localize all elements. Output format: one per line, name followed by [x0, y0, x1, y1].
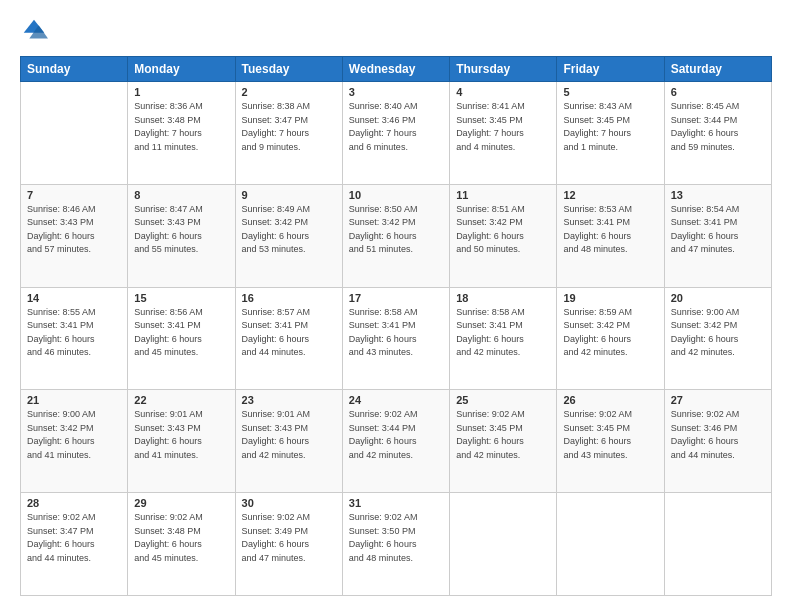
- calendar-cell: 9Sunrise: 8:49 AMSunset: 3:42 PMDaylight…: [235, 184, 342, 287]
- day-number: 5: [563, 86, 657, 98]
- day-number: 12: [563, 189, 657, 201]
- calendar-cell: 30Sunrise: 9:02 AMSunset: 3:49 PMDayligh…: [235, 493, 342, 596]
- calendar-cell: 7Sunrise: 8:46 AMSunset: 3:43 PMDaylight…: [21, 184, 128, 287]
- day-info: Sunrise: 9:02 AMSunset: 3:44 PMDaylight:…: [349, 408, 443, 462]
- week-row-1: 7Sunrise: 8:46 AMSunset: 3:43 PMDaylight…: [21, 184, 772, 287]
- calendar-cell: 28Sunrise: 9:02 AMSunset: 3:47 PMDayligh…: [21, 493, 128, 596]
- day-info: Sunrise: 8:53 AMSunset: 3:41 PMDaylight:…: [563, 203, 657, 257]
- calendar-cell: 24Sunrise: 9:02 AMSunset: 3:44 PMDayligh…: [342, 390, 449, 493]
- day-number: 7: [27, 189, 121, 201]
- weekday-header-sunday: Sunday: [21, 57, 128, 82]
- day-number: 25: [456, 394, 550, 406]
- weekday-header-tuesday: Tuesday: [235, 57, 342, 82]
- weekday-header-thursday: Thursday: [450, 57, 557, 82]
- day-info: Sunrise: 8:41 AMSunset: 3:45 PMDaylight:…: [456, 100, 550, 154]
- day-info: Sunrise: 8:36 AMSunset: 3:48 PMDaylight:…: [134, 100, 228, 154]
- day-number: 4: [456, 86, 550, 98]
- day-info: Sunrise: 9:01 AMSunset: 3:43 PMDaylight:…: [134, 408, 228, 462]
- calendar-cell: [450, 493, 557, 596]
- day-number: 29: [134, 497, 228, 509]
- calendar-cell: 13Sunrise: 8:54 AMSunset: 3:41 PMDayligh…: [664, 184, 771, 287]
- day-info: Sunrise: 8:49 AMSunset: 3:42 PMDaylight:…: [242, 203, 336, 257]
- day-number: 20: [671, 292, 765, 304]
- day-number: 26: [563, 394, 657, 406]
- day-number: 10: [349, 189, 443, 201]
- logo: [20, 16, 52, 44]
- calendar-cell: 31Sunrise: 9:02 AMSunset: 3:50 PMDayligh…: [342, 493, 449, 596]
- day-info: Sunrise: 8:51 AMSunset: 3:42 PMDaylight:…: [456, 203, 550, 257]
- day-info: Sunrise: 8:38 AMSunset: 3:47 PMDaylight:…: [242, 100, 336, 154]
- weekday-header-saturday: Saturday: [664, 57, 771, 82]
- day-info: Sunrise: 9:00 AMSunset: 3:42 PMDaylight:…: [671, 306, 765, 360]
- day-number: 15: [134, 292, 228, 304]
- day-number: 28: [27, 497, 121, 509]
- header: [20, 16, 772, 44]
- day-info: Sunrise: 8:45 AMSunset: 3:44 PMDaylight:…: [671, 100, 765, 154]
- day-number: 3: [349, 86, 443, 98]
- day-number: 1: [134, 86, 228, 98]
- calendar-cell: 17Sunrise: 8:58 AMSunset: 3:41 PMDayligh…: [342, 287, 449, 390]
- calendar-cell: 8Sunrise: 8:47 AMSunset: 3:43 PMDaylight…: [128, 184, 235, 287]
- day-number: 27: [671, 394, 765, 406]
- day-info: Sunrise: 8:56 AMSunset: 3:41 PMDaylight:…: [134, 306, 228, 360]
- day-info: Sunrise: 8:54 AMSunset: 3:41 PMDaylight:…: [671, 203, 765, 257]
- day-info: Sunrise: 9:02 AMSunset: 3:50 PMDaylight:…: [349, 511, 443, 565]
- day-info: Sunrise: 9:02 AMSunset: 3:45 PMDaylight:…: [563, 408, 657, 462]
- calendar-cell: 16Sunrise: 8:57 AMSunset: 3:41 PMDayligh…: [235, 287, 342, 390]
- calendar-cell: [21, 82, 128, 185]
- calendar-cell: 4Sunrise: 8:41 AMSunset: 3:45 PMDaylight…: [450, 82, 557, 185]
- week-row-4: 28Sunrise: 9:02 AMSunset: 3:47 PMDayligh…: [21, 493, 772, 596]
- calendar-cell: 2Sunrise: 8:38 AMSunset: 3:47 PMDaylight…: [235, 82, 342, 185]
- day-info: Sunrise: 8:47 AMSunset: 3:43 PMDaylight:…: [134, 203, 228, 257]
- day-number: 31: [349, 497, 443, 509]
- day-info: Sunrise: 8:40 AMSunset: 3:46 PMDaylight:…: [349, 100, 443, 154]
- weekday-header-friday: Friday: [557, 57, 664, 82]
- day-number: 16: [242, 292, 336, 304]
- calendar-cell: 19Sunrise: 8:59 AMSunset: 3:42 PMDayligh…: [557, 287, 664, 390]
- calendar-cell: 18Sunrise: 8:58 AMSunset: 3:41 PMDayligh…: [450, 287, 557, 390]
- calendar-cell: 21Sunrise: 9:00 AMSunset: 3:42 PMDayligh…: [21, 390, 128, 493]
- day-number: 2: [242, 86, 336, 98]
- calendar-cell: 23Sunrise: 9:01 AMSunset: 3:43 PMDayligh…: [235, 390, 342, 493]
- day-info: Sunrise: 9:00 AMSunset: 3:42 PMDaylight:…: [27, 408, 121, 462]
- calendar-cell: 10Sunrise: 8:50 AMSunset: 3:42 PMDayligh…: [342, 184, 449, 287]
- day-info: Sunrise: 9:02 AMSunset: 3:49 PMDaylight:…: [242, 511, 336, 565]
- day-number: 24: [349, 394, 443, 406]
- calendar-cell: 15Sunrise: 8:56 AMSunset: 3:41 PMDayligh…: [128, 287, 235, 390]
- calendar-cell: 3Sunrise: 8:40 AMSunset: 3:46 PMDaylight…: [342, 82, 449, 185]
- calendar-cell: 12Sunrise: 8:53 AMSunset: 3:41 PMDayligh…: [557, 184, 664, 287]
- day-number: 9: [242, 189, 336, 201]
- day-number: 18: [456, 292, 550, 304]
- day-info: Sunrise: 8:55 AMSunset: 3:41 PMDaylight:…: [27, 306, 121, 360]
- day-info: Sunrise: 9:02 AMSunset: 3:46 PMDaylight:…: [671, 408, 765, 462]
- day-number: 14: [27, 292, 121, 304]
- week-row-0: 1Sunrise: 8:36 AMSunset: 3:48 PMDaylight…: [21, 82, 772, 185]
- calendar-cell: 6Sunrise: 8:45 AMSunset: 3:44 PMDaylight…: [664, 82, 771, 185]
- calendar-cell: 11Sunrise: 8:51 AMSunset: 3:42 PMDayligh…: [450, 184, 557, 287]
- week-row-3: 21Sunrise: 9:00 AMSunset: 3:42 PMDayligh…: [21, 390, 772, 493]
- day-number: 21: [27, 394, 121, 406]
- calendar-cell: 1Sunrise: 8:36 AMSunset: 3:48 PMDaylight…: [128, 82, 235, 185]
- day-number: 30: [242, 497, 336, 509]
- day-number: 6: [671, 86, 765, 98]
- calendar-cell: 29Sunrise: 9:02 AMSunset: 3:48 PMDayligh…: [128, 493, 235, 596]
- logo-icon: [20, 16, 48, 44]
- day-info: Sunrise: 8:59 AMSunset: 3:42 PMDaylight:…: [563, 306, 657, 360]
- day-info: Sunrise: 8:58 AMSunset: 3:41 PMDaylight:…: [349, 306, 443, 360]
- calendar-table: SundayMondayTuesdayWednesdayThursdayFrid…: [20, 56, 772, 596]
- day-number: 8: [134, 189, 228, 201]
- calendar-cell: 14Sunrise: 8:55 AMSunset: 3:41 PMDayligh…: [21, 287, 128, 390]
- day-number: 13: [671, 189, 765, 201]
- day-number: 19: [563, 292, 657, 304]
- week-row-2: 14Sunrise: 8:55 AMSunset: 3:41 PMDayligh…: [21, 287, 772, 390]
- weekday-header-monday: Monday: [128, 57, 235, 82]
- day-number: 17: [349, 292, 443, 304]
- calendar-cell: 26Sunrise: 9:02 AMSunset: 3:45 PMDayligh…: [557, 390, 664, 493]
- day-info: Sunrise: 8:57 AMSunset: 3:41 PMDaylight:…: [242, 306, 336, 360]
- weekday-header-row: SundayMondayTuesdayWednesdayThursdayFrid…: [21, 57, 772, 82]
- day-info: Sunrise: 8:50 AMSunset: 3:42 PMDaylight:…: [349, 203, 443, 257]
- calendar-cell: [664, 493, 771, 596]
- weekday-header-wednesday: Wednesday: [342, 57, 449, 82]
- calendar-cell: 22Sunrise: 9:01 AMSunset: 3:43 PMDayligh…: [128, 390, 235, 493]
- day-info: Sunrise: 9:01 AMSunset: 3:43 PMDaylight:…: [242, 408, 336, 462]
